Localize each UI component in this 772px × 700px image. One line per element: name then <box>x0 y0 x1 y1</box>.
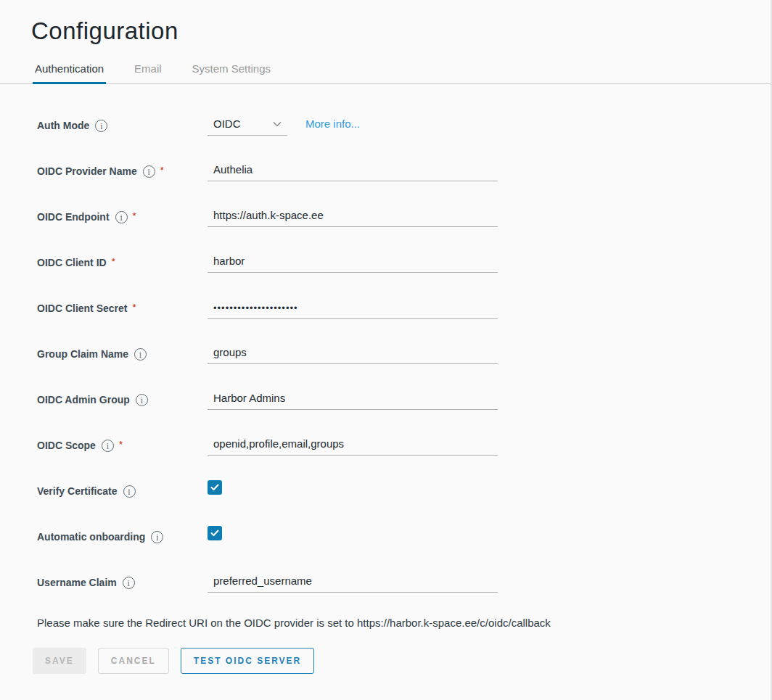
info-icon[interactable]: i <box>102 440 114 452</box>
form-row: OIDC Client ID * harbor <box>33 250 772 296</box>
field-label: OIDC Client Secret <box>37 302 127 315</box>
info-icon[interactable]: i <box>123 485 136 498</box>
required-asterisk: * <box>133 210 136 221</box>
field-control: ••••••••••••••••••••• <box>208 296 772 342</box>
oidc-scope-input[interactable]: openid,profile,email,groups <box>208 433 498 456</box>
field-label: OIDC Endpoint <box>37 211 110 223</box>
info-icon[interactable]: i <box>134 348 147 361</box>
oidc-provider-name-input[interactable]: Authelia <box>208 159 498 181</box>
field-label-group: Automatic onboarding i <box>33 524 208 570</box>
form-row: Auth Mode i OIDCMore info... <box>33 113 772 159</box>
field-control: openid,profile,email,groups <box>208 433 772 479</box>
info-icon[interactable]: i <box>115 211 128 223</box>
form-row: OIDC Provider Name i * Authelia <box>33 159 772 205</box>
tab-bar: Authentication Email System Settings <box>0 62 772 84</box>
save-button[interactable]: SAVE <box>33 648 86 674</box>
oidc-admin-group-input[interactable]: Harbor Admins <box>208 387 498 410</box>
field-label-group: OIDC Endpoint i * <box>33 205 208 250</box>
tab-system-settings[interactable]: System Settings <box>190 62 273 84</box>
form-row: Verify Certificate i <box>33 479 772 524</box>
more-info-link[interactable]: More info... <box>305 113 360 130</box>
form-row: OIDC Client Secret * •••••••••••••••••••… <box>33 296 772 342</box>
field-control: groups <box>208 342 772 387</box>
required-asterisk: * <box>160 165 164 176</box>
form-row: OIDC Admin Group i Harbor Admins <box>33 387 772 433</box>
automatic-onboarding-checkbox[interactable] <box>208 526 222 540</box>
field-label: OIDC Client ID <box>37 257 107 269</box>
form-row: OIDC Scope i * openid,profile,email,grou… <box>33 433 772 479</box>
field-control: OIDCMore info... <box>208 113 772 159</box>
field-label-group: OIDC Scope i * <box>33 433 208 479</box>
field-control <box>208 524 772 570</box>
info-icon[interactable]: i <box>136 394 148 406</box>
check-icon <box>210 484 219 491</box>
redirect-uri-note: Please make sure the Redirect URI on the… <box>0 616 772 630</box>
auth-mode-select[interactable]: OIDC <box>208 113 287 136</box>
required-asterisk: * <box>112 256 115 267</box>
form-row: Username Claim i preferred_username <box>33 570 772 616</box>
oidc-endpoint-input[interactable]: https://auth.k-space.ee <box>208 205 498 227</box>
field-label-group: Auth Mode i <box>33 113 208 159</box>
group-claim-name-input[interactable]: groups <box>208 342 498 364</box>
chevron-down-icon <box>273 121 282 127</box>
verify-certificate-checkbox[interactable] <box>208 480 222 495</box>
field-label: OIDC Admin Group <box>37 394 130 406</box>
cancel-button[interactable]: CANCEL <box>98 648 169 674</box>
field-label-group: OIDC Provider Name i * <box>33 159 208 205</box>
tab-email[interactable]: Email <box>132 62 164 84</box>
oidc-client-secret-input[interactable]: ••••••••••••••••••••• <box>208 296 498 319</box>
field-label: Verify Certificate <box>37 485 118 498</box>
button-row: SAVE CANCEL TEST OIDC SERVER <box>0 648 772 674</box>
field-label-group: Verify Certificate i <box>33 479 208 524</box>
field-control: Harbor Admins <box>208 387 772 433</box>
test-oidc-server-button[interactable]: TEST OIDC SERVER <box>181 648 314 674</box>
required-asterisk: * <box>132 302 136 313</box>
info-icon[interactable]: i <box>95 120 107 132</box>
field-control: preferred_username <box>208 570 772 616</box>
field-label: OIDC Scope <box>37 440 96 452</box>
oidc-client-id-input[interactable]: harbor <box>208 250 498 273</box>
info-icon[interactable]: i <box>123 577 135 589</box>
page-title: Configuration <box>31 17 772 45</box>
field-label: Automatic onboarding <box>37 531 145 543</box>
info-icon[interactable]: i <box>143 165 155 178</box>
form-rows: Auth Mode i OIDCMore info... OIDC Provid… <box>0 113 772 616</box>
field-label-group: OIDC Client Secret * <box>33 296 208 342</box>
field-label: Username Claim <box>37 577 117 589</box>
field-control: https://auth.k-space.ee <box>208 205 772 250</box>
field-label-group: OIDC Admin Group i <box>33 387 208 433</box>
field-label-group: OIDC Client ID * <box>33 250 208 296</box>
field-label-group: Group Claim Name i <box>33 342 208 387</box>
field-label-group: Username Claim i <box>33 570 208 616</box>
field-control: Authelia <box>208 159 772 205</box>
field-control: harbor <box>208 250 772 296</box>
field-label: Auth Mode <box>37 120 89 132</box>
field-label: OIDC Provider Name <box>37 165 137 178</box>
info-icon[interactable]: i <box>151 531 163 543</box>
field-control <box>208 479 772 524</box>
check-icon <box>210 530 219 537</box>
tab-authentication[interactable]: Authentication <box>33 62 106 84</box>
username-claim-input[interactable]: preferred_username <box>208 570 498 593</box>
form-row: Automatic onboarding i <box>33 524 772 570</box>
field-label: Group Claim Name <box>37 348 128 361</box>
form-row: Group Claim Name i groups <box>33 342 772 387</box>
required-asterisk: * <box>119 439 123 450</box>
form-row: OIDC Endpoint i * https://auth.k-space.e… <box>33 205 772 250</box>
